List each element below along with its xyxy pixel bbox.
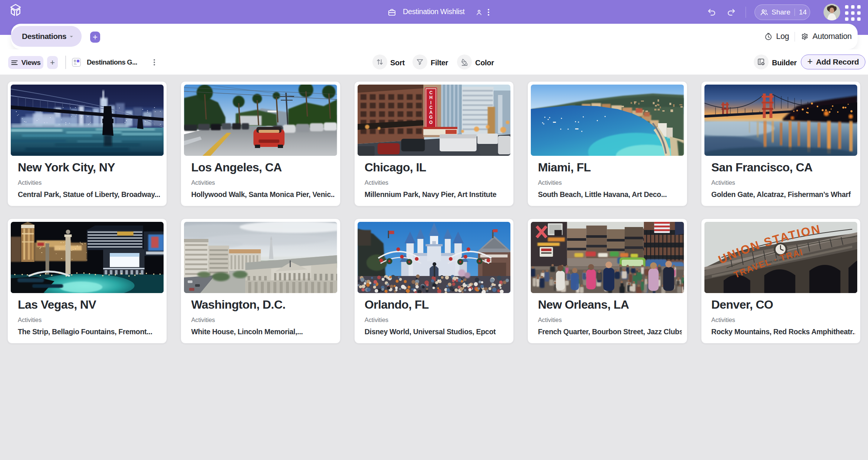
- svg-text:C: C: [429, 90, 433, 95]
- svg-text:O: O: [429, 120, 433, 125]
- svg-text:I: I: [430, 100, 431, 105]
- svg-text:A: A: [429, 110, 433, 115]
- svg-text:H: H: [429, 95, 433, 100]
- svg-text:G: G: [429, 115, 433, 120]
- svg-text:C: C: [429, 105, 433, 110]
